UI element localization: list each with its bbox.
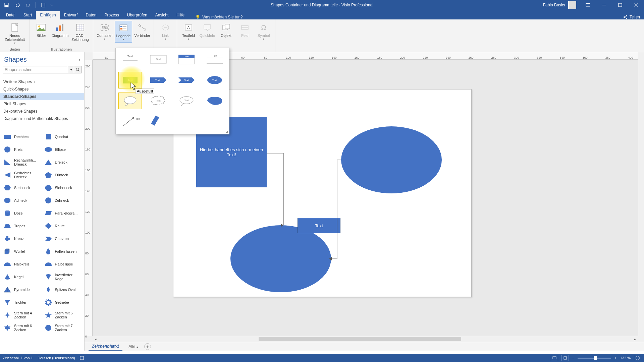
scroll-right-button[interactable]: ▸	[632, 336, 638, 342]
save-button[interactable]	[2, 1, 11, 9]
redo-button[interactable]	[23, 1, 33, 9]
legende-option[interactable]: Text—	[118, 51, 142, 68]
shape-item[interactable]: Achteck	[1, 194, 42, 207]
scroll-track[interactable]	[99, 336, 632, 342]
share-button[interactable]: Teilen	[623, 15, 640, 19]
legende-option[interactable]: Text	[175, 51, 198, 68]
search-go-button[interactable]	[74, 66, 82, 73]
language-indicator[interactable]: Deutsch (Deutschland)	[38, 356, 75, 360]
shape-item[interactable]: Rechtwinkli...Dreieck	[1, 156, 42, 169]
shape-item[interactable]: Chevron	[42, 232, 83, 245]
zoom-in-button[interactable]: +	[614, 356, 616, 360]
text-callout-shape[interactable]: Text	[298, 218, 340, 233]
qat-customize-button[interactable]	[49, 1, 55, 9]
macro-recorder-icon[interactable]	[80, 356, 84, 360]
shape-item[interactable]: InvertierterKegel	[42, 270, 83, 283]
shape-cat-pfeil[interactable]: Pfeil-Shapes	[0, 100, 84, 108]
shape-item[interactable]: Dose	[1, 207, 42, 220]
legende-option[interactable]: Text	[175, 72, 198, 88]
container-button[interactable]: Container ▾	[96, 21, 113, 42]
cad-zeichnung-button[interactable]: CAD- Zeichnung	[70, 21, 90, 43]
shape-item[interactable]: Trichter	[1, 296, 42, 309]
neues-zeichenblatt-button[interactable]: Neues Zeichenblatt ▾	[3, 21, 27, 46]
shape-item[interactable]: Getriebe	[42, 296, 83, 309]
search-input[interactable]	[3, 66, 68, 73]
tab-ueberpruefen[interactable]: Überprüfen	[123, 11, 151, 19]
shape-cat-weitere[interactable]: Weitere Shapes▸	[0, 78, 84, 85]
shape-item[interactable]: Spitzes Oval	[42, 283, 83, 296]
shape-cat-standard[interactable]: Standard-Shapes	[0, 93, 84, 100]
ribbon-display-options-button[interactable]	[580, 0, 596, 10]
verbinder-button[interactable]: Verbinder	[133, 21, 151, 39]
shape-item[interactable]: Stern mit 7Zacken	[42, 321, 83, 334]
bilder-button[interactable]: Bilder	[33, 21, 50, 39]
tab-datei[interactable]: Datei	[2, 11, 19, 19]
tab-daten[interactable]: Daten	[82, 11, 100, 19]
shape-item[interactable]: Fallen lassen	[42, 245, 83, 258]
objekt-button[interactable]: Objekt	[217, 21, 235, 39]
shape-item[interactable]: Stern mit 5Zacken	[42, 309, 83, 321]
shape-item[interactable]: Trapez	[1, 220, 42, 232]
legende-button[interactable]: Legende ▾	[115, 21, 132, 43]
tab-start[interactable]: Start	[19, 11, 36, 19]
shape-item[interactable]: Stern mit 6Zacken	[1, 321, 42, 334]
shape-item[interactable]: Siebeneck	[42, 181, 83, 194]
tab-einfuegen[interactable]: Einfügen	[36, 11, 60, 19]
legende-option[interactable]: Text	[147, 93, 170, 109]
minimize-button[interactable]	[596, 0, 612, 10]
textfeld-button[interactable]: A Textfeld ▾	[180, 21, 197, 42]
maximize-button[interactable]	[612, 0, 628, 10]
shape-item[interactable]: Quadrat	[42, 130, 83, 143]
legende-option[interactable]: Text	[118, 113, 142, 130]
ellipse-shape-1[interactable]	[341, 126, 442, 193]
shape-item[interactable]: GedrehtesDreieck	[1, 169, 42, 181]
add-page-button[interactable]: +	[144, 343, 151, 350]
close-button[interactable]	[629, 0, 644, 10]
legende-option[interactable]: Text	[203, 72, 226, 88]
shape-item[interactable]: Parallelogra...	[42, 207, 83, 220]
shape-item[interactable]: Halbellipse	[42, 258, 83, 270]
zoom-slider[interactable]	[578, 358, 611, 359]
vertical-scrollbar[interactable]	[638, 60, 644, 336]
shape-item[interactable]: Zehneck	[42, 194, 83, 207]
scroll-left-button[interactable]: ◂	[93, 336, 99, 342]
page-tab-active[interactable]: Zeichenblatt-1	[89, 343, 122, 351]
tab-prozess[interactable]: Prozess	[100, 11, 123, 19]
tab-entwurf[interactable]: Entwurf	[60, 11, 82, 19]
shape-item[interactable]: Pyramide	[1, 283, 42, 296]
legende-option-highlighted[interactable]: Text	[118, 72, 142, 88]
shape-item[interactable]: Stern mit 4Zacken	[1, 309, 42, 321]
diagramm-button[interactable]: Diagramm	[51, 21, 69, 39]
user-account[interactable]: Fabio Basler	[543, 1, 576, 9]
shape-item[interactable]: Sechseck	[1, 181, 42, 194]
tab-hilfe[interactable]: Hilfe	[172, 11, 189, 19]
legende-option[interactable]	[147, 113, 170, 130]
legende-option[interactable]: Text	[147, 72, 170, 88]
tell-me-search[interactable]: 💡 Was möchten Sie tun?	[195, 15, 243, 19]
collapse-pane-button[interactable]: ‹	[78, 57, 80, 62]
shape-cat-dekorative[interactable]: Dekorative Shapes	[0, 108, 84, 115]
shape-item[interactable]: Dreieck	[42, 156, 83, 169]
presentation-view-button[interactable]	[551, 355, 558, 361]
undo-button[interactable]	[13, 1, 22, 9]
legende-option[interactable]: Text	[175, 93, 198, 109]
shape-item[interactable]: Raute	[42, 220, 83, 232]
shape-cat-diagramm[interactable]: Diagramm- und Mathematik-Shapes	[0, 115, 84, 122]
zoom-slider-knob[interactable]	[594, 356, 597, 360]
shape-cat-quick[interactable]: Quick-Shapes	[0, 85, 84, 93]
shape-item[interactable]: Fünfeck	[42, 169, 83, 181]
search-dropdown-button[interactable]: ▾	[68, 66, 74, 73]
fit-page-button[interactable]	[561, 355, 569, 361]
legende-option[interactable]	[203, 93, 226, 109]
gallery-resize-handle[interactable]: ◢	[225, 130, 228, 133]
all-pages-button[interactable]: Alle ▴	[126, 343, 141, 350]
scroll-thumb[interactable]	[259, 337, 461, 341]
zoom-out-button[interactable]: −	[572, 356, 574, 360]
shape-item[interactable]: Halbkreis	[1, 258, 42, 270]
legende-option[interactable]: Text	[203, 51, 226, 68]
fit-window-button[interactable]	[634, 355, 641, 361]
legende-option-selected[interactable]	[118, 93, 142, 109]
shape-item[interactable]: Ellipse	[42, 143, 83, 156]
shape-item[interactable]: Rechteck	[1, 130, 42, 143]
shape-item[interactable]: Kegel	[1, 270, 42, 283]
